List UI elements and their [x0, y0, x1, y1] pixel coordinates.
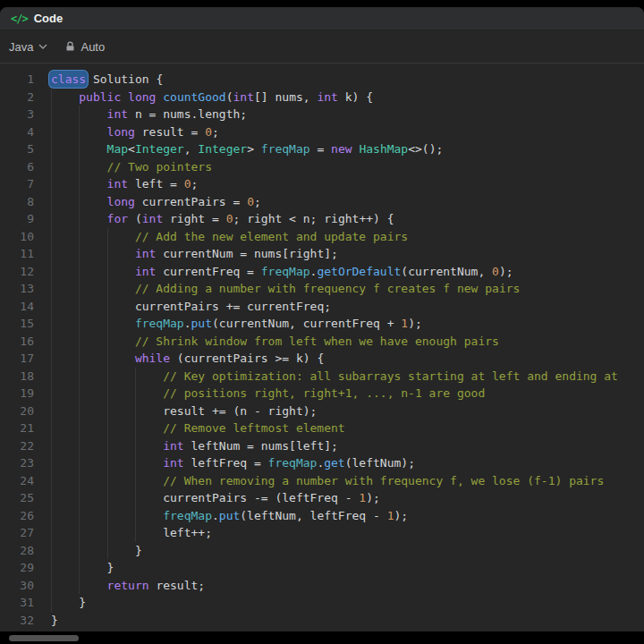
- line-number: 8: [0, 193, 34, 211]
- code-line-content[interactable]: int leftFreq = freqMap.get(leftNum);: [51, 454, 415, 472]
- code-line-content[interactable]: }: [51, 594, 86, 612]
- code-line-content[interactable]: left++;: [51, 524, 212, 542]
- indent-guide: [51, 89, 79, 106]
- code-line-content[interactable]: }: [51, 542, 142, 560]
- indent-guide: [135, 385, 163, 402]
- indent-guide: [51, 454, 79, 472]
- code-line-content[interactable]: Map<Integer, Integer> freqMap = new Hash…: [51, 140, 443, 158]
- line-number: 6: [0, 158, 34, 176]
- code-editor[interactable]: 1class Solution {2public long countGood(…: [0, 64, 644, 629]
- code-line: 23int leftFreq = freqMap.get(leftNum);: [0, 454, 644, 472]
- line-number: 23: [0, 454, 34, 472]
- indent-guide: [79, 507, 106, 525]
- code-line-content[interactable]: }: [51, 559, 114, 577]
- indent-guide: [135, 419, 163, 437]
- code-line: 1class Solution {: [0, 71, 644, 89]
- indent-guide: [107, 542, 135, 560]
- indent-guide: [51, 210, 79, 228]
- code-line-content[interactable]: currentPairs += currentFreq;: [51, 298, 331, 316]
- indent-guide: [107, 524, 135, 542]
- indent-guide: [135, 454, 163, 472]
- indent-guide: [51, 437, 79, 455]
- code-line-content[interactable]: // Two pointers: [51, 158, 212, 176]
- indent-guide: [79, 228, 106, 246]
- line-number: 10: [0, 228, 34, 246]
- code-line-content[interactable]: public long countGood(int[] nums, int k)…: [51, 89, 373, 106]
- indent-guide: [107, 402, 135, 420]
- line-number: 7: [0, 175, 34, 193]
- editor-toolbar: Java Auto: [0, 30, 644, 64]
- code-line: 21// Remove leftmost element: [0, 419, 644, 437]
- code-line: 29}: [0, 559, 644, 577]
- code-line-content[interactable]: int currentNum = nums[right];: [51, 245, 338, 263]
- autosave-indicator[interactable]: Auto: [65, 40, 105, 54]
- indent-guide: [51, 350, 79, 368]
- indent-guide: [107, 298, 135, 316]
- line-number: 21: [0, 419, 34, 437]
- code-line-content[interactable]: long result = 0;: [51, 123, 219, 141]
- line-number: 31: [0, 594, 34, 612]
- code-line-content[interactable]: // Shrink window from left when we have …: [51, 333, 499, 351]
- code-line-content[interactable]: // Remove leftmost element: [51, 419, 345, 437]
- indent-guide: [51, 123, 79, 141]
- code-line-content[interactable]: long currentPairs = 0;: [51, 193, 261, 211]
- indent-guide: [135, 437, 163, 455]
- indent-guide: [51, 489, 79, 507]
- code-line: 2public long countGood(int[] nums, int k…: [0, 89, 644, 106]
- code-line: 6// Two pointers: [0, 158, 644, 176]
- code-line-content[interactable]: int leftNum = nums[left];: [51, 437, 338, 455]
- indent-guide: [51, 280, 79, 298]
- indent-guide: [107, 454, 135, 472]
- code-line-content[interactable]: // Key optimization: all subarrays start…: [51, 368, 618, 386]
- code-line-content[interactable]: result += (n - right);: [51, 402, 317, 420]
- indent-guide: [51, 193, 79, 211]
- scrollbar-thumb[interactable]: [9, 635, 79, 641]
- code-line-content[interactable]: return result;: [51, 577, 205, 595]
- code-line: 13// Adding a number with frequency f cr…: [0, 280, 644, 298]
- indent-guide: [79, 106, 106, 123]
- indent-guide: [135, 489, 163, 507]
- indent-guide: [79, 333, 106, 351]
- code-line-content[interactable]: // When removing a number with frequency…: [51, 472, 604, 490]
- indent-guide: [135, 368, 163, 386]
- autosave-label: Auto: [80, 40, 105, 54]
- line-number: 18: [0, 368, 34, 386]
- code-line-content[interactable]: freqMap.put(currentNum, currentFreq + 1)…: [51, 315, 422, 333]
- language-selector[interactable]: Java: [9, 40, 47, 54]
- indent-guide: [51, 368, 79, 386]
- language-label: Java: [9, 40, 33, 54]
- code-line: 12int currentFreq = freqMap.getOrDefault…: [0, 263, 644, 281]
- code-line-content[interactable]: class Solution {: [51, 71, 163, 89]
- code-line-content[interactable]: while (currentPairs >= k) {: [51, 350, 324, 368]
- code-line: 19// positions right, right+1, ..., n-1 …: [0, 385, 644, 402]
- code-line-content[interactable]: // positions right, right+1, ..., n-1 ar…: [51, 385, 485, 402]
- code-line: 24// When removing a number with frequen…: [0, 472, 644, 490]
- code-line-content[interactable]: for (int right = 0; right < n; right++) …: [51, 210, 394, 228]
- code-line-content[interactable]: int left = 0;: [51, 175, 198, 193]
- indent-guide: [79, 123, 106, 141]
- code-line-content[interactable]: int n = nums.length;: [51, 106, 247, 123]
- code-line-content[interactable]: int currentFreq = freqMap.getOrDefault(c…: [51, 263, 513, 281]
- code-line-content[interactable]: }: [51, 612, 58, 630]
- indent-guide: [51, 577, 79, 595]
- lock-icon: [65, 41, 75, 52]
- code-line: 31}: [0, 594, 644, 612]
- code-line: 8long currentPairs = 0;: [0, 193, 644, 211]
- code-line: 17while (currentPairs >= k) {: [0, 350, 644, 368]
- indent-guide: [79, 524, 106, 542]
- code-line-content[interactable]: // Adding a number with frequency f crea…: [51, 280, 520, 298]
- indent-guide: [79, 245, 106, 263]
- code-line: 25currentPairs -= (leftFreq - 1);: [0, 489, 644, 507]
- line-number: 17: [0, 350, 34, 368]
- panel-header: </> Code: [0, 7, 644, 30]
- code-line: 28}: [0, 542, 644, 560]
- indent-guide: [107, 472, 135, 490]
- code-line: 5Map<Integer, Integer> freqMap = new Has…: [0, 140, 644, 158]
- code-panel: </> Code Java Auto 1class Solution {2pub…: [0, 7, 644, 631]
- code-line-content[interactable]: // Add the new element and update pairs: [51, 228, 408, 246]
- indent-guide: [51, 402, 79, 420]
- code-line: 22int leftNum = nums[left];: [0, 437, 644, 455]
- code-line-content[interactable]: currentPairs -= (leftFreq - 1);: [51, 489, 380, 507]
- indent-guide: [51, 472, 79, 490]
- code-line-content[interactable]: freqMap.put(leftNum, leftFreq - 1);: [51, 507, 408, 525]
